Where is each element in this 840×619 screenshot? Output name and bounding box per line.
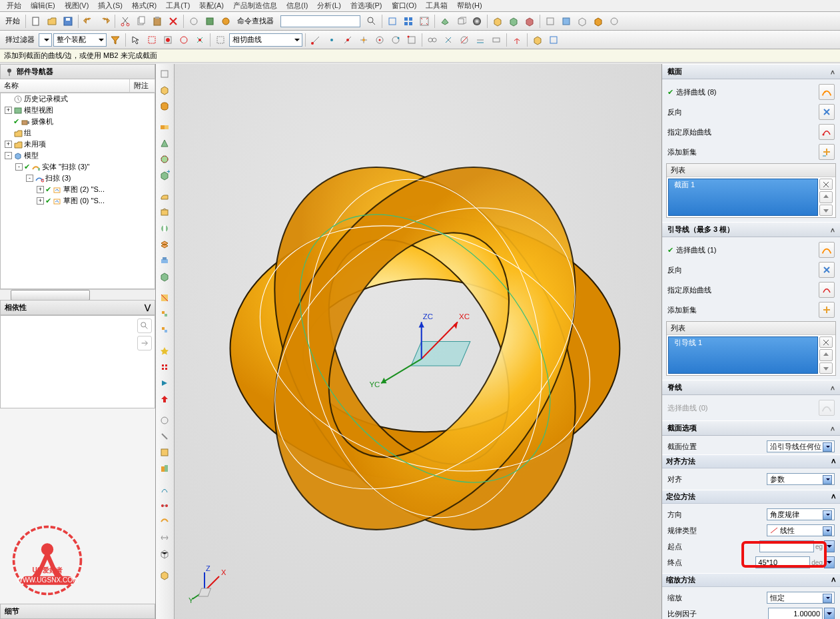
end-input[interactable] <box>755 556 810 568</box>
vtool-icon[interactable] <box>157 291 172 305</box>
constraint-icon[interactable] <box>489 33 504 47</box>
select-icon[interactable] <box>145 33 159 47</box>
tree-row[interactable]: ✔摄像机 <box>1 116 155 127</box>
factor-input[interactable] <box>768 608 823 619</box>
tree-row[interactable]: -模型 <box>1 150 155 161</box>
snap-icon[interactable] <box>308 33 323 47</box>
model-canvas[interactable]: XC YC ZC X Y Z <box>175 64 661 619</box>
vtool-icon[interactable] <box>157 514 172 529</box>
start-button[interactable]: 开始 <box>3 16 23 26</box>
tool-icon[interactable] <box>607 14 622 29</box>
details-header[interactable]: 细节 <box>0 604 155 619</box>
move-up-button[interactable] <box>819 349 833 360</box>
vtool-icon[interactable] <box>157 413 172 428</box>
vtool-icon[interactable] <box>157 221 172 236</box>
section-head-guide[interactable]: 引导线（最多 3 根）ʌ <box>662 222 840 237</box>
tree-expander[interactable]: + <box>5 141 12 148</box>
tool-icon[interactable] <box>591 14 606 29</box>
tool-icon[interactable] <box>385 14 400 29</box>
vtool-icon[interactable] <box>157 120 172 135</box>
vtool-icon[interactable] <box>157 99 172 113</box>
reverse-button[interactable] <box>819 262 835 278</box>
tool-icon[interactable] <box>203 14 217 29</box>
tool-icon[interactable] <box>218 14 233 29</box>
align-subhead[interactable]: 对齐方法ʌ <box>662 454 840 468</box>
dependencies-header[interactable]: 相依性 ⋁ <box>0 300 155 315</box>
col-name[interactable]: 名称 <box>0 79 130 92</box>
tree-expander[interactable]: + <box>37 186 44 193</box>
curve-combo[interactable]: 相切曲线 <box>229 33 302 47</box>
select-icon[interactable] <box>193 33 207 47</box>
end-spin[interactable] <box>824 556 835 568</box>
origin-curve-button[interactable] <box>819 282 835 298</box>
vtool-icon[interactable] <box>157 67 172 81</box>
copy-icon[interactable] <box>134 14 149 29</box>
vtool-icon[interactable] <box>157 83 172 97</box>
vtool-icon[interactable] <box>157 189 172 204</box>
vtool-icon[interactable] <box>157 429 172 444</box>
tree-hscroll[interactable] <box>0 289 155 300</box>
select-icon[interactable] <box>129 33 143 47</box>
vtool-icon[interactable] <box>157 392 172 406</box>
tree-row[interactable]: 历史记录模式 <box>1 93 155 105</box>
fit-icon[interactable] <box>417 14 432 29</box>
delete-item-button[interactable] <box>819 179 833 190</box>
menu-item[interactable]: 视图(V) <box>61 1 93 11</box>
tree-row[interactable]: 组 <box>1 127 155 139</box>
vtool-icon[interactable] <box>157 360 172 374</box>
move-down-button[interactable] <box>819 362 833 374</box>
select-curve-button[interactable] <box>819 84 835 100</box>
cube-icon[interactable] <box>506 14 521 29</box>
tool-icon[interactable] <box>546 33 561 47</box>
tree-row[interactable]: +未用项 <box>1 139 155 150</box>
constraint-icon[interactable] <box>457 33 472 47</box>
part-tree[interactable]: 历史记录模式+模型视图✔摄像机组+未用项-模型-✔实体 "扫掠 (3)"-扫掠 … <box>0 93 155 289</box>
open-icon[interactable] <box>45 14 59 29</box>
start-input[interactable] <box>759 540 814 552</box>
law-select[interactable]: 线性 <box>767 524 835 536</box>
direction-select[interactable]: 角度规律 <box>767 508 835 520</box>
assembly-combo[interactable]: 整个装配 <box>53 33 107 47</box>
cut-icon[interactable] <box>118 14 133 29</box>
vtool-icon[interactable] <box>157 461 172 476</box>
tool-icon[interactable] <box>401 14 416 29</box>
section-head-options[interactable]: 截面选项ʌ <box>662 420 840 436</box>
vtool-icon[interactable] <box>157 344 172 358</box>
cmd-find-input[interactable] <box>280 15 360 27</box>
addnew-button[interactable] <box>819 144 835 160</box>
tree-expander[interactable]: + <box>37 197 44 205</box>
delete-item-button[interactable] <box>819 336 833 348</box>
align-select[interactable]: 参数 <box>767 473 835 485</box>
snap-icon[interactable] <box>388 33 403 47</box>
vtool-icon[interactable] <box>157 253 172 268</box>
menu-item[interactable]: 工具箱 <box>422 1 452 11</box>
search-icon[interactable] <box>137 318 152 333</box>
vtool-icon[interactable] <box>157 568 172 582</box>
tool-icon[interactable] <box>213 33 228 47</box>
scale-subhead[interactable]: 缩放方法ʌ <box>662 573 840 587</box>
menu-item[interactable]: 分析(L) <box>313 1 344 11</box>
vtool-icon[interactable] <box>157 482 172 497</box>
filter-arrow[interactable] <box>39 33 52 47</box>
wcs-icon[interactable] <box>510 33 524 47</box>
guide-list-item[interactable]: 引导线 1 <box>668 336 818 374</box>
menu-item[interactable]: 开始 <box>3 1 25 11</box>
origin-curve-button[interactable] <box>819 124 835 140</box>
tree-expander[interactable]: - <box>26 175 33 182</box>
menu-item[interactable]: 插入(S) <box>94 1 127 11</box>
menu-item[interactable]: 信息(I) <box>282 1 312 11</box>
constraint-icon[interactable] <box>425 33 440 47</box>
factor-spin[interactable] <box>824 608 835 619</box>
new-icon[interactable] <box>29 14 43 29</box>
select-icon[interactable] <box>161 33 175 47</box>
menu-item[interactable]: 格式(R) <box>128 1 161 11</box>
move-up-button[interactable] <box>819 191 833 203</box>
tree-row[interactable]: +模型视图 <box>1 105 155 116</box>
tree-expander[interactable]: - <box>5 152 12 159</box>
menu-item[interactable]: 首选项(P) <box>346 1 386 11</box>
tree-row[interactable]: +✔草图 (2) "S... <box>1 184 155 195</box>
redo-icon[interactable] <box>97 14 112 29</box>
addnew-button[interactable] <box>819 302 835 318</box>
cube-icon[interactable] <box>490 14 505 29</box>
vtool-icon[interactable] <box>157 136 172 151</box>
